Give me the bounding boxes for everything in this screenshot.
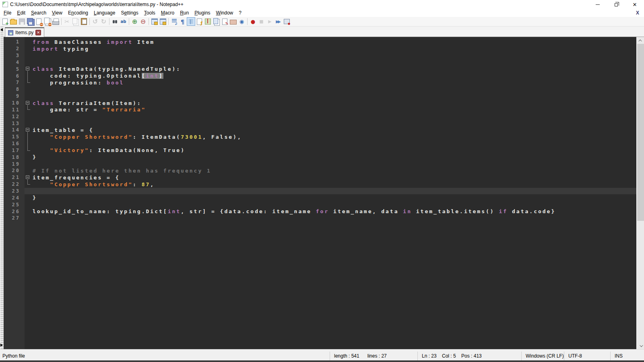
replace-icon[interactable]	[119, 17, 128, 26]
sync-vertical-scrolling-icon[interactable]	[150, 17, 159, 26]
fold-margin[interactable]	[25, 127, 33, 134]
line-number[interactable]: 17	[4, 148, 25, 153]
line-number[interactable]: 9	[4, 93, 25, 99]
menu-run[interactable]: Run	[177, 9, 192, 16]
code-text[interactable]: item_frequencies = {	[33, 174, 636, 181]
code-text[interactable]	[33, 160, 636, 167]
fold-margin[interactable]	[25, 181, 33, 188]
scrollbar-thumb[interactable]	[637, 44, 644, 221]
document-map-icon[interactable]	[204, 17, 212, 26]
redo-icon[interactable]	[99, 17, 108, 26]
open-file-icon[interactable]	[9, 17, 18, 26]
define-your-language-icon[interactable]	[221, 17, 229, 26]
line-number[interactable]: 3	[4, 53, 25, 58]
fold-margin[interactable]	[25, 72, 33, 79]
line-number[interactable]: 27	[4, 215, 25, 221]
line-number[interactable]: 4	[4, 60, 25, 65]
menu-macro[interactable]: Macro	[158, 9, 177, 16]
code-text[interactable]: }	[33, 194, 636, 201]
show-all-characters-icon[interactable]	[178, 17, 187, 26]
paste-icon[interactable]	[80, 17, 88, 26]
fold-margin[interactable]	[25, 147, 33, 154]
menu-encoding[interactable]: Encoding	[65, 9, 91, 16]
macro-stop-icon[interactable]	[257, 17, 266, 26]
sync-horizontal-scrolling-icon[interactable]	[159, 17, 167, 26]
close-document-button[interactable]: X	[636, 10, 639, 16]
show-indent-guide-icon[interactable]	[187, 17, 195, 26]
line-number[interactable]: 15	[4, 134, 25, 140]
status-insert-mode[interactable]: INS	[610, 352, 644, 360]
status-encoding[interactable]: UTF-8	[564, 352, 610, 360]
line-number[interactable]: 24	[4, 195, 25, 201]
save-all-icon[interactable]	[26, 17, 35, 26]
fold-margin[interactable]	[25, 174, 33, 181]
line-number[interactable]: 5	[4, 66, 25, 72]
close-button[interactable]: ✕	[625, 0, 644, 9]
code-text[interactable]: lookup_id_to_name: typing.Dict[int, str]…	[33, 208, 636, 215]
close-all-icon[interactable]	[43, 17, 52, 26]
fold-collapse-icon[interactable]	[26, 128, 29, 132]
fold-margin[interactable]	[25, 79, 33, 86]
code-text[interactable]: game: str = "Terraria"	[33, 106, 636, 113]
code-text[interactable]: class TerrariaItem(Item):	[33, 100, 636, 107]
code-text[interactable]: progression: bool	[33, 79, 636, 86]
line-number[interactable]: 22	[4, 181, 25, 187]
menu-language[interactable]: Language	[91, 9, 118, 16]
menu-plugins[interactable]: Plugins	[192, 9, 213, 16]
word-wrap-icon[interactable]	[170, 17, 178, 26]
fold-collapse-icon[interactable]	[26, 101, 29, 105]
collapse-left-arrow-icon[interactable]	[0, 28, 3, 31]
macro-record-icon[interactable]	[249, 17, 257, 26]
print-icon[interactable]	[52, 17, 60, 26]
status-eol-format[interactable]: Windows (CR LF)	[521, 352, 564, 360]
code-text[interactable]	[33, 215, 636, 222]
line-number[interactable]: 19	[4, 161, 25, 167]
fold-collapse-icon[interactable]	[26, 175, 29, 179]
code-text[interactable]	[33, 201, 636, 208]
cut-icon[interactable]	[63, 17, 71, 26]
menu-view[interactable]: View	[49, 9, 65, 16]
code-editor[interactable]: 1from BaseClasses import Item2import typ…	[4, 37, 644, 349]
copy-icon[interactable]	[71, 17, 80, 26]
scroll-up-icon[interactable]	[637, 37, 644, 44]
restore-button[interactable]	[607, 0, 625, 9]
line-number[interactable]: 7	[4, 80, 25, 85]
tab-close-icon[interactable]: ✕	[35, 30, 41, 35]
code-text[interactable]	[33, 59, 636, 66]
menu-help[interactable]: ?	[236, 9, 244, 16]
minimize-button[interactable]	[588, 0, 607, 9]
code-text[interactable]: "Victory": ItemData(None, True)	[33, 147, 636, 154]
line-number[interactable]: 25	[4, 202, 25, 208]
code-text[interactable]	[33, 188, 636, 195]
menu-search[interactable]: Search	[28, 9, 49, 16]
line-number[interactable]: 16	[4, 141, 25, 146]
code-text[interactable]	[33, 120, 636, 127]
line-number[interactable]: 14	[4, 127, 25, 133]
fold-margin[interactable]	[25, 134, 33, 140]
code-text[interactable]: item_table = {	[33, 127, 636, 134]
menu-tools[interactable]: Tools	[141, 9, 158, 16]
line-number[interactable]: 1	[4, 39, 25, 45]
macro-run-multiple-icon[interactable]	[274, 17, 283, 26]
menu-edit[interactable]: Edit	[14, 9, 28, 16]
expand-right-arrow-icon[interactable]	[0, 343, 3, 347]
menu-window[interactable]: Window	[213, 9, 236, 16]
zoom-out-icon[interactable]	[139, 17, 147, 26]
vertical-scrollbar[interactable]	[636, 37, 644, 349]
close-file-icon[interactable]	[35, 17, 43, 26]
code-text[interactable]	[33, 113, 636, 120]
line-number[interactable]: 23	[4, 188, 25, 194]
undo-icon[interactable]	[91, 17, 99, 26]
find-icon[interactable]	[111, 17, 119, 26]
new-file-icon[interactable]	[1, 17, 9, 26]
tab-items-py[interactable]: Items.py ✕	[5, 27, 44, 37]
menu-settings[interactable]: Settings	[118, 9, 141, 16]
scroll-down-icon[interactable]	[637, 342, 644, 349]
line-number[interactable]: 26	[4, 209, 25, 214]
line-number[interactable]: 21	[4, 175, 25, 180]
monitoring-icon[interactable]	[237, 17, 246, 26]
line-number[interactable]: 10	[4, 100, 25, 106]
macro-save-icon[interactable]	[283, 17, 291, 26]
code-text[interactable]: "Copper Shortsword": 87,	[33, 181, 636, 188]
line-number[interactable]: 20	[4, 168, 25, 173]
